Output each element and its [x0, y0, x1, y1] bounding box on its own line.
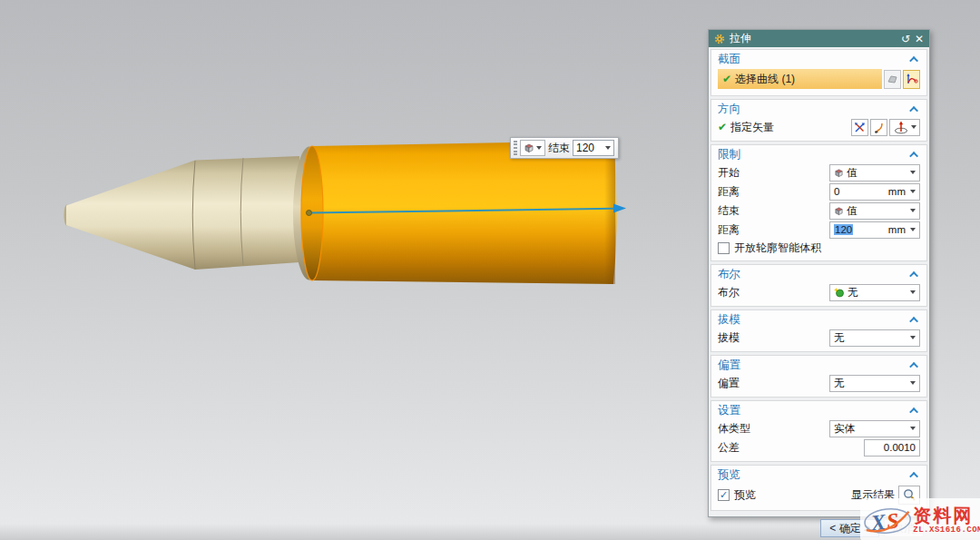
dialog-title-bar[interactable]: 拉伸 ↺ ✕ — [709, 30, 929, 47]
select-curve-field[interactable]: ✔ 选择曲线 (1) — [718, 69, 882, 89]
crossed-arrows-icon — [854, 122, 866, 133]
region-icon — [887, 74, 898, 85]
start-distance-field[interactable]: 0 mm — [829, 183, 920, 201]
toolbar-drag-handle[interactable] — [514, 141, 517, 155]
dropdown-arrow-icon[interactable] — [910, 381, 916, 385]
dialog-body: 截面 ✔ 选择曲线 (1) — [709, 47, 929, 539]
select-region-button[interactable] — [884, 70, 901, 89]
toolbar-end-label: 结束 — [548, 141, 570, 156]
value-cube-icon — [834, 168, 844, 178]
start-label: 开始 — [718, 165, 829, 181]
preview-group-header[interactable]: 预览 — [718, 466, 920, 483]
draft-group: 拔模 拔模 无 — [710, 309, 927, 352]
boolean-group: 布尔 布尔 无 — [710, 264, 927, 307]
tolerance-field[interactable]: 0.0010 — [864, 439, 920, 457]
boolean-dropdown[interactable]: 无 — [829, 284, 920, 301]
direction-group: 方向 ✔ 指定矢量 — [710, 99, 927, 142]
draft-value: 无 — [834, 331, 910, 345]
draft-group-header[interactable]: 拔模 — [718, 311, 920, 328]
boolean-group-title: 布尔 — [718, 267, 912, 282]
dropdown-arrow-icon[interactable] — [910, 171, 916, 174]
unit-label: mm — [888, 186, 906, 197]
offset-group-title: 偏置 — [718, 358, 912, 373]
offset-group-header[interactable]: 偏置 — [718, 357, 920, 373]
end-limit-value: 值 — [847, 204, 910, 218]
dropdown-arrow-icon[interactable] — [605, 146, 611, 150]
boolean-label: 布尔 — [718, 285, 829, 300]
dropdown-arrow-icon — [536, 146, 542, 150]
end-distance-value-selected[interactable]: 120 — [834, 224, 853, 235]
dialog-title: 拉伸 — [730, 31, 897, 46]
end-limit-dropdown[interactable]: 值 — [829, 202, 920, 220]
body-type-value: 实体 — [834, 422, 910, 436]
offset-value: 无 — [834, 377, 910, 390]
settings-group-header[interactable]: 设置 — [718, 402, 920, 418]
green-check-icon: ✔ — [718, 121, 727, 133]
end-distance-input[interactable] — [576, 142, 603, 154]
preview-group-title: 预览 — [718, 467, 912, 483]
open-profile-checkbox[interactable] — [718, 242, 730, 254]
value-cube-icon — [524, 142, 534, 153]
tolerance-value[interactable]: 0.0010 — [884, 442, 916, 453]
limit-option-dropdown-button[interactable] — [520, 140, 545, 156]
dropdown-arrow-icon[interactable] — [910, 427, 916, 430]
dropdown-arrow-icon[interactable] — [910, 290, 916, 294]
onscreen-input-toolbar[interactable]: 结束 — [510, 137, 619, 159]
watermark-site-name: 资料网 — [913, 506, 973, 525]
open-profile-label: 开放轮廓智能体积 — [734, 241, 920, 256]
reset-icon[interactable]: ↺ — [901, 34, 910, 44]
body-type-dropdown[interactable]: 实体 — [829, 420, 920, 437]
limits-group: 限制 开始 值 距离 0 mm — [710, 144, 927, 261]
section-group: 截面 ✔ 选择曲线 (1) — [710, 49, 927, 96]
axis-origin-point — [307, 211, 312, 216]
limits-group-header[interactable]: 限制 — [718, 146, 920, 162]
axis-vector-arrowhead — [613, 204, 626, 213]
gear-icon — [714, 34, 725, 44]
dropdown-arrow-icon[interactable] — [910, 209, 916, 212]
end-distance-field[interactable]: 120 mm — [829, 221, 920, 239]
section-group-title: 截面 — [718, 52, 912, 67]
point-arrow-icon — [873, 122, 885, 133]
close-icon[interactable]: ✕ — [915, 34, 924, 44]
extrude-dialog: 拉伸 ↺ ✕ 截面 ✔ 选择曲线 (1) — [708, 29, 930, 517]
boolean-group-header[interactable]: 布尔 — [718, 266, 920, 282]
end-distance-label: 距离 — [718, 222, 829, 238]
preview-label: 预览 — [734, 487, 756, 503]
dropdown-arrow-icon[interactable] — [910, 190, 916, 193]
offset-dropdown[interactable]: 无 — [829, 375, 920, 392]
select-curve-label: 选择曲线 (1) — [735, 72, 795, 87]
tolerance-label: 公差 — [718, 440, 864, 456]
dropdown-arrow-icon[interactable] — [910, 336, 916, 339]
offset-group: 偏置 偏置 无 — [710, 355, 927, 398]
boolean-value: 无 — [848, 286, 910, 299]
green-check-icon: ✔ — [722, 73, 731, 85]
draft-label: 拔模 — [718, 330, 829, 346]
boolean-none-icon — [834, 287, 845, 298]
settings-group: 设置 体类型 实体 公差 0.0010 — [710, 400, 927, 462]
preview-checkbox[interactable]: ✓ — [718, 489, 730, 501]
vector-dialog-button[interactable] — [889, 119, 920, 136]
sketch-section-button[interactable] — [903, 70, 920, 89]
end-label: 结束 — [718, 203, 829, 219]
start-limit-dropdown[interactable]: 值 — [829, 164, 920, 182]
vector-constructor-icon — [894, 121, 909, 134]
unit-label: mm — [888, 224, 906, 235]
watermark-site-url: ZL.XS1616.COM — [913, 525, 980, 535]
direction-group-title: 方向 — [718, 102, 912, 117]
dropdown-arrow-icon[interactable] — [911, 125, 916, 129]
dropdown-arrow-icon[interactable] — [910, 228, 916, 231]
section-group-header[interactable]: 截面 — [718, 51, 920, 67]
inferred-vector-button[interactable] — [870, 119, 887, 136]
limits-group-title: 限制 — [718, 147, 912, 162]
start-distance-value[interactable]: 0 — [834, 186, 888, 197]
end-distance-input-field[interactable] — [573, 140, 614, 156]
draft-group-title: 拔模 — [718, 312, 912, 328]
specify-vector-label: 指定矢量 — [730, 120, 851, 135]
reverse-vector-button[interactable] — [851, 119, 868, 136]
model-cone-body — [66, 156, 299, 270]
xs-logo-icon: X S — [863, 501, 912, 539]
watermark: X S 资料网 ZL.XS1616.COM — [860, 498, 980, 540]
direction-group-header[interactable]: 方向 — [718, 101, 920, 117]
start-limit-value: 值 — [847, 166, 910, 180]
draft-dropdown[interactable]: 无 — [829, 329, 920, 347]
